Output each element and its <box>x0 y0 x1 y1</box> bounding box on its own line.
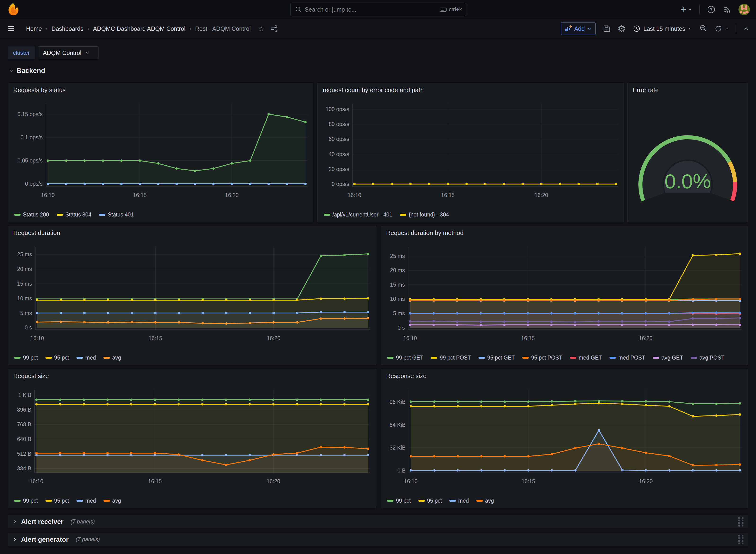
y-tick-label: 0 B <box>397 467 406 474</box>
nav-right-actions: + ? <box>680 0 750 19</box>
help-button[interactable]: ? <box>707 5 716 14</box>
breadcrumb-home[interactable]: Home <box>26 25 42 32</box>
breadcrumb-folder[interactable]: ADQMC Dashboard ADQM Control <box>93 25 185 32</box>
panel-requests-by-status: Requests by status0 ops/s0.05 ops/s0.1 o… <box>8 83 313 222</box>
y-tick-label: 15 ms <box>17 281 32 287</box>
y-tick-label: 384 B <box>17 465 31 472</box>
legend-label: 95 pct POST <box>531 354 562 361</box>
plus-icon: + <box>680 4 686 14</box>
share-icon[interactable] <box>270 24 278 33</box>
legend-item-api-v1-currentuser-401[interactable]: /api/v1/currentUser - 401 <box>324 212 392 218</box>
save-dashboard-button[interactable] <box>602 24 611 33</box>
divider <box>736 24 736 34</box>
x-tick-label: 16:10 <box>41 192 55 198</box>
chevron-down-icon <box>8 68 14 73</box>
legend-item-avg[interactable]: avg <box>104 354 121 361</box>
y-tick-label: 64 KiB <box>390 422 406 428</box>
zoom-out-icon <box>699 24 708 33</box>
refresh-icon <box>714 24 723 33</box>
legend-item-med[interactable]: med <box>76 354 96 361</box>
legend: Status 200Status 304Status 401 <box>14 212 134 218</box>
x-tick-label: 16:15 <box>522 478 535 484</box>
legend: 99 pct GET99 pct POST95 pct GET95 pct PO… <box>387 354 724 361</box>
breadcrumb: Home › Dashboards › ADQMC Dashboard ADQM… <box>26 19 278 38</box>
refresh-interval-chevron-icon[interactable] <box>725 26 729 31</box>
gear-icon: ⚙ <box>618 24 626 34</box>
legend-item-status-304[interactable]: Status 304 <box>57 212 92 218</box>
legend-color-pill <box>653 357 659 359</box>
row-drag-handle[interactable] <box>738 535 744 544</box>
zoom-out-time-button[interactable] <box>699 24 708 33</box>
gauge-error-rate: 0.0% <box>628 83 748 222</box>
search-placeholder: Search or jump to... <box>305 6 437 13</box>
row-drag-handle[interactable] <box>738 517 744 527</box>
rss-icon <box>723 5 732 14</box>
legend-color-pill <box>478 357 485 359</box>
legend-item-med-post[interactable]: med POST <box>609 354 645 361</box>
legend-color-pill <box>387 500 394 502</box>
x-tick-label: 16:15 <box>521 335 535 341</box>
svg-text:?: ? <box>710 7 713 12</box>
legend-item-95-pct[interactable]: 95 pct <box>418 498 442 504</box>
legend-item-status-200[interactable]: Status 200 <box>14 212 49 218</box>
legend-color-pill <box>57 214 63 216</box>
chart-response-size: 0 B32 KiB64 KiB96 KiB16:1016:1516:20 <box>381 369 748 508</box>
refresh-button[interactable] <box>714 24 729 33</box>
y-tick-label: 640 B <box>17 436 31 442</box>
chevron-down-icon <box>587 26 592 31</box>
legend-label: med <box>458 498 469 504</box>
time-range-picker[interactable]: Last 15 minutes <box>633 24 693 33</box>
y-tick-label: 15 ms <box>390 282 405 288</box>
mega-menu-icon[interactable] <box>7 25 15 33</box>
user-avatar[interactable] <box>739 4 750 15</box>
legend-item-95-pct[interactable]: 95 pct <box>46 354 69 361</box>
legend: 99 pct95 pctmedavg <box>14 354 121 361</box>
legend-color-pill <box>418 500 425 502</box>
legend-item-not-found-304[interactable]: {not found} - 304 <box>400 212 449 218</box>
favorite-star-icon[interactable]: ☆ <box>258 25 265 33</box>
legend-color-pill <box>691 357 697 359</box>
legend-item-99-pct[interactable]: 99 pct <box>14 354 38 361</box>
top-nav: Search or jump to... ctrl+k + ? <box>0 0 756 19</box>
legend-item-99-pct[interactable]: 99 pct <box>14 498 38 504</box>
legend-item-95-pct-get[interactable]: 95 pct GET <box>478 354 515 361</box>
legend-item-avg-get[interactable]: avg GET <box>653 354 683 361</box>
legend-item-95-pct[interactable]: 95 pct <box>46 498 69 504</box>
legend-item-95-pct-post[interactable]: 95 pct POST <box>522 354 562 361</box>
series-status-200 <box>47 113 307 184</box>
y-tick-label: 25 ms <box>390 253 405 259</box>
legend-item-med-get[interactable]: med GET <box>570 354 602 361</box>
legend-label: 95 pct <box>54 498 69 504</box>
legend-color-pill <box>46 500 52 502</box>
search-input[interactable]: Search or jump to... ctrl+k <box>290 3 466 16</box>
variable-value-dropdown[interactable]: ADQM Control <box>38 46 99 59</box>
row-alert-generator[interactable]: Alert generator (7 panels) <box>8 533 748 546</box>
legend-item-99-pct-get[interactable]: 99 pct GET <box>387 354 423 361</box>
legend-color-pill <box>14 357 20 359</box>
grafana-logo-icon[interactable] <box>6 2 20 16</box>
add-button[interactable]: + Add <box>561 22 595 35</box>
news-button[interactable] <box>723 5 732 14</box>
legend-item-status-401[interactable]: Status 401 <box>99 212 134 218</box>
legend-item-avg[interactable]: avg <box>104 498 121 504</box>
series-not-found-304 <box>353 183 617 185</box>
dashboard-settings-button[interactable]: ⚙ <box>618 24 626 34</box>
legend-item-med[interactable]: med <box>76 498 96 504</box>
variable-label-cluster: cluster <box>8 46 35 59</box>
legend-item-med[interactable]: med <box>449 498 469 504</box>
x-tick-label: 16:10 <box>404 478 418 484</box>
legend-label: 95 pct <box>54 354 69 361</box>
row-header-backend[interactable]: Backend <box>8 67 45 74</box>
new-button[interactable]: + <box>680 4 692 14</box>
legend-item-avg-post[interactable]: avg POST <box>691 354 724 361</box>
legend-item-99-pct-post[interactable]: 99 pct POST <box>431 354 471 361</box>
y-tick-label: 5 ms <box>393 310 405 317</box>
collapse-toolbar-button[interactable] <box>743 25 750 32</box>
y-tick-label: 32 KiB <box>390 445 406 451</box>
legend-item-99-pct[interactable]: 99 pct <box>387 498 411 504</box>
breadcrumb-dashboards[interactable]: Dashboards <box>51 25 83 32</box>
legend-item-avg[interactable]: avg <box>476 498 494 504</box>
row-alert-receiver[interactable]: Alert receiver (7 panels) <box>8 515 748 529</box>
y-tick-label: 512 B <box>17 451 31 457</box>
y-tick-label: 0.05 ops/s <box>17 158 43 164</box>
